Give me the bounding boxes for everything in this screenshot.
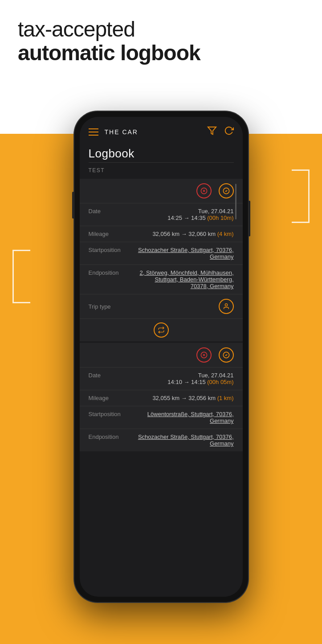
trip-2-confirm-button[interactable] (219, 347, 234, 363)
hamburger-line-1 (89, 128, 98, 129)
trip-1-triptype-icon[interactable] (219, 299, 234, 314)
trip-2-mileage-row: Mileage 32,055 km → 32,056 km (1 km) (80, 390, 243, 406)
trip-2-distance: (1 km) (217, 395, 234, 401)
app-header: THE CAR (80, 117, 243, 143)
svg-point-5 (225, 304, 227, 306)
section-label: TEST (80, 163, 243, 177)
trip-2-startposition-label: Startposition (89, 411, 121, 417)
hero-line1: tax-accepted (18, 18, 200, 41)
trip-1-mileage-row: Mileage 32,056 km → 32,060 km (4 km) (80, 226, 243, 242)
trip-1-endposition-value[interactable]: 2, Störweg, Mönchfeld, Mühlhausen, Stutt… (136, 269, 234, 289)
svg-marker-0 (208, 127, 216, 135)
trip-1-sync-icon[interactable] (154, 322, 169, 338)
refresh-icon[interactable] (224, 126, 234, 138)
trip-1-date: Tue, 27.04.21 (167, 208, 233, 215)
trip-1-date-label: Date (89, 208, 101, 215)
hamburger-line-3 (89, 135, 98, 136)
trip-1-mileage-label: Mileage (89, 231, 109, 237)
trip-1-startposition-row: Startposition Schozacher Straße, Stuttga… (80, 242, 243, 264)
trip-1-startposition-value[interactable]: Schozacher Straße, Stuttgart, 70376, Ger… (136, 247, 234, 260)
app-header-right (207, 126, 234, 138)
trip-1-cancel-button[interactable] (196, 183, 212, 198)
trip-1-time: 14:25 → 14:35 (00h 10m) (167, 215, 233, 221)
trip-2-date-label: Date (89, 372, 101, 379)
trip-2-action-row (80, 343, 243, 367)
logbook-title-area: Logbook (80, 143, 243, 162)
trip-1-confirm-button[interactable] (219, 183, 234, 198)
phone-mockup: THE CAR (74, 111, 248, 602)
hero-text: tax-accepted automatic logbook (18, 18, 200, 65)
trip-2-date-row: Date Tue, 27.04.21 14:10 → 14:15 (00h 05… (80, 367, 243, 390)
trip-1-triptype-row: Trip type (80, 294, 243, 318)
menu-icon[interactable] (89, 128, 98, 136)
logbook-title: Logbook (89, 147, 234, 161)
trip-2-date-value: Tue, 27.04.21 14:10 → 14:15 (00h 05m) (167, 372, 233, 385)
phone-screen: THE CAR (80, 117, 243, 597)
app-car-title: THE CAR (105, 128, 138, 136)
trip-2-startposition-value[interactable]: Löwentorstraße, Stuttgart, 70376, German… (136, 411, 234, 424)
trip-2-startposition-row: Startposition Löwentorstraße, Stuttgart,… (80, 406, 243, 429)
trip-card-1: Date Tue, 27.04.21 14:25 → 14:35 (00h 10… (80, 179, 243, 341)
trip-card-2: Date Tue, 27.04.21 14:10 → 14:15 (00h 05… (80, 343, 243, 451)
trip-2-endposition-label: Endposition (89, 433, 119, 440)
trip-2-time: 14:10 → 14:15 (00h 05m) (167, 379, 233, 385)
trip-1-triptype-label: Trip type (89, 303, 111, 310)
scroll-indicator (235, 184, 236, 219)
trip-2-cancel-button[interactable] (196, 347, 212, 363)
bracket-left-decoration (12, 250, 30, 303)
trip-1-action-row (80, 179, 243, 203)
filter-icon[interactable] (207, 126, 217, 138)
hamburger-line-2 (89, 132, 98, 132)
bracket-right-decoration (292, 169, 310, 223)
trip-1-endposition-row: Endposition 2, Störweg, Mönchfeld, Mühlh… (80, 264, 243, 294)
trip-1-duration: (00h 10m) (207, 215, 233, 221)
trip-1-date-row: Date Tue, 27.04.21 14:25 → 14:35 (00h 10… (80, 203, 243, 226)
trip-2-mileage-label: Mileage (89, 395, 109, 401)
trip-1-startposition-label: Startposition (89, 247, 121, 253)
trip-2-duration: (00h 05m) (207, 379, 233, 385)
trip-2-date: Tue, 27.04.21 (167, 372, 233, 379)
trip-2-endposition-value[interactable]: Schozacher Straße, Stuttgart, 70376, Ger… (136, 433, 234, 447)
trip-1-distance: (4 km) (217, 231, 234, 237)
app-header-left: THE CAR (89, 128, 138, 136)
trip-2-mileage-value: 32,055 km → 32,056 km (1 km) (152, 395, 233, 401)
trip-1-endposition-label: Endposition (89, 269, 119, 276)
hero-line2: automatic logbook (18, 41, 200, 65)
phone-outer-shell: THE CAR (74, 111, 248, 602)
trip-2-endposition-row: Endposition Schozacher Straße, Stuttgart… (80, 429, 243, 451)
trip-1-sync-row (80, 318, 243, 341)
trip-1-date-value: Tue, 27.04.21 14:25 → 14:35 (00h 10m) (167, 208, 233, 221)
trip-1-mileage-value: 32,056 km → 32,060 km (4 km) (152, 231, 233, 237)
